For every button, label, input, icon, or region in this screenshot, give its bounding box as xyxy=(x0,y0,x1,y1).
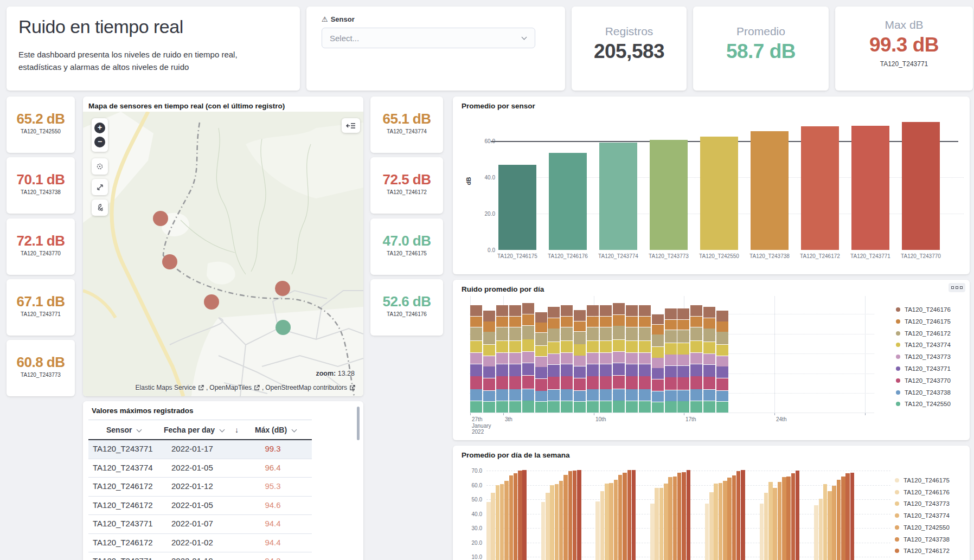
stack-segment-TA120_T243738[interactable] xyxy=(496,389,508,401)
bar-TA120_T243771[interactable] xyxy=(573,471,577,560)
stack-segment-TA120_T243771[interactable] xyxy=(483,366,495,378)
legend-item-TA120_T243771[interactable]: TA120_T243771 xyxy=(895,558,974,560)
stack-segment-TA120_T242550[interactable] xyxy=(535,402,547,413)
stack-segment-TA120_T243738[interactable] xyxy=(509,389,521,401)
bar-TA120_T243774[interactable] xyxy=(500,484,504,560)
stack-segment-TA120_T243774[interactable] xyxy=(535,346,547,357)
stack-segment-TA120_T243771[interactable] xyxy=(665,366,677,377)
stack-segment-TA120_T242550[interactable] xyxy=(665,401,677,413)
bar-TA120_T246175[interactable] xyxy=(760,504,764,560)
stack-segment-TA120_T246175[interactable] xyxy=(548,318,560,329)
stack-segment-TA120_T243770[interactable] xyxy=(587,376,599,389)
bar-TA120_T243773[interactable] xyxy=(659,488,664,560)
stack-segment-TA120_T246172[interactable] xyxy=(509,327,521,340)
stack-segment-TA120_T243771[interactable] xyxy=(652,368,664,379)
legend-item-TA120_T242550[interactable]: TA120_T242550 xyxy=(896,399,974,409)
bar-TA120_T242550[interactable] xyxy=(504,481,509,560)
stack-segment-TA120_T246172[interactable] xyxy=(677,330,689,343)
bar-TA120_T242550[interactable] xyxy=(832,486,836,560)
bar-TA120_T246175[interactable] xyxy=(705,504,709,560)
bar-TA120_T243771[interactable] xyxy=(851,126,889,250)
map-marker[interactable] xyxy=(204,294,219,310)
bar-TA120_T243774[interactable] xyxy=(599,143,637,250)
zoom-in-button[interactable]: + xyxy=(94,123,105,133)
stack-segment-TA120_T243770[interactable] xyxy=(509,376,521,389)
stack-segment-TA120_T243770[interactable] xyxy=(626,376,638,389)
stack-segment-TA120_T243738[interactable] xyxy=(535,391,547,401)
map-marker[interactable] xyxy=(162,254,177,269)
stack-segment-TA120_T243773[interactable] xyxy=(690,353,702,364)
stack-segment-TA120_T243771[interactable] xyxy=(561,364,573,376)
stack-segment-TA120_T243771[interactable] xyxy=(509,364,521,376)
bar-TA120_T246175[interactable] xyxy=(541,502,546,560)
bar-TA120_T243738[interactable] xyxy=(673,477,677,560)
attribution-link[interactable]: Elastic Maps Service xyxy=(136,384,196,391)
sort-desc-icon[interactable]: ↓ xyxy=(235,426,239,434)
bar-TA120_T243773[interactable] xyxy=(823,484,828,560)
stack-segment-TA120_T242550[interactable] xyxy=(483,402,495,413)
stack-segment-TA120_T246172[interactable] xyxy=(665,330,677,343)
map-tools-button[interactable] xyxy=(92,199,108,216)
bar-TA120_T246176[interactable] xyxy=(764,493,768,560)
stack-segment-TA120_T246176[interactable] xyxy=(561,305,573,317)
stack-segment-TA120_T246176[interactable] xyxy=(470,305,482,317)
stack-segment-TA120_T243738[interactable] xyxy=(587,389,599,401)
stack-segment-TA120_T243770[interactable] xyxy=(639,376,651,389)
stack-segment-TA120_T246172[interactable] xyxy=(600,327,612,340)
stack-segment-TA120_T246176[interactable] xyxy=(509,305,521,317)
stack-segment-TA120_T243773[interactable] xyxy=(535,357,547,367)
bar-TA120_T243738[interactable] xyxy=(509,475,514,560)
stack-segment-TA120_T243771[interactable] xyxy=(703,365,715,377)
stack-segment-TA120_T242550[interactable] xyxy=(613,401,625,413)
locate-button[interactable] xyxy=(92,158,108,175)
bar-TA120_T246176[interactable] xyxy=(655,488,659,560)
stack-segment-TA120_T246175[interactable] xyxy=(703,318,715,329)
stack-segment-TA120_T243770[interactable] xyxy=(703,377,715,389)
stack-segment-TA120_T246175[interactable] xyxy=(690,317,702,327)
stack-segment-TA120_T243770[interactable] xyxy=(483,378,495,390)
stack-segment-TA120_T243770[interactable] xyxy=(600,376,612,389)
stack-segment-TA120_T243738[interactable] xyxy=(639,389,651,401)
bar-TA120_T243774[interactable] xyxy=(609,483,613,560)
bar-TA120_T246172[interactable] xyxy=(786,477,791,560)
map-legend-toggle[interactable] xyxy=(342,118,360,133)
bar-TA120_T243773[interactable] xyxy=(605,484,609,560)
stack-segment-TA120_T243774[interactable] xyxy=(522,339,534,351)
map-marker[interactable] xyxy=(275,281,290,296)
stack-segment-TA120_T243773[interactable] xyxy=(496,353,508,364)
plot-area[interactable] xyxy=(486,446,890,560)
stack-segment-TA120_T242550[interactable] xyxy=(600,401,612,413)
stack-segment-TA120_T246172[interactable] xyxy=(522,326,534,339)
stack-segment-TA120_T243774[interactable] xyxy=(626,341,638,352)
stack-segment-TA120_T243771[interactable] xyxy=(600,364,612,376)
stack-segment-TA120_T246172[interactable] xyxy=(703,329,715,342)
legend-item-TA120_T246175[interactable]: TA120_T246175 xyxy=(896,317,974,326)
stack-segment-TA120_T243738[interactable] xyxy=(665,390,677,401)
stack-segment-TA120_T243773[interactable] xyxy=(509,353,521,364)
stack-segment-TA120_T243774[interactable] xyxy=(496,341,508,352)
stack-segment-TA120_T246176[interactable] xyxy=(716,311,728,321)
legend-item-TA120_T243774[interactable]: TA120_T243774 xyxy=(896,340,974,350)
stack-segment-TA120_T243773[interactable] xyxy=(665,355,677,365)
stack-segment-TA120_T243771[interactable] xyxy=(690,364,702,376)
bar-TA120_T246175[interactable] xyxy=(595,501,600,560)
stack-segment-TA120_T246172[interactable] xyxy=(548,329,560,342)
bar-TA120_T243770[interactable] xyxy=(741,470,745,560)
bar-TA120_T246175[interactable] xyxy=(498,165,536,250)
bar-TA120_T246175[interactable] xyxy=(650,504,655,560)
bar-TA120_T242550[interactable] xyxy=(668,477,672,560)
bar-TA120_T246175[interactable] xyxy=(814,505,818,560)
legend-item-TA120_T246176[interactable]: TA120_T246176 xyxy=(895,487,974,497)
panel-options-icon[interactable] xyxy=(949,283,965,292)
stack-segment-TA120_T243738[interactable] xyxy=(716,391,728,401)
bar-TA120_T246172[interactable] xyxy=(677,473,682,560)
table-scrollbar[interactable] xyxy=(357,407,360,440)
stack-segment-TA120_T246175[interactable] xyxy=(716,321,728,331)
attribution-link[interactable]: OpenMapTiles xyxy=(209,384,252,391)
column-header-max[interactable]: Máx (dB) xyxy=(255,426,296,434)
stack-segment-TA120_T246176[interactable] xyxy=(574,310,586,320)
stack-segment-TA120_T243773[interactable] xyxy=(703,354,715,365)
stack-segment-TA120_T246175[interactable] xyxy=(613,315,625,326)
bar-TA120_T246176[interactable] xyxy=(600,491,605,560)
stack-segment-TA120_T246175[interactable] xyxy=(600,317,612,327)
